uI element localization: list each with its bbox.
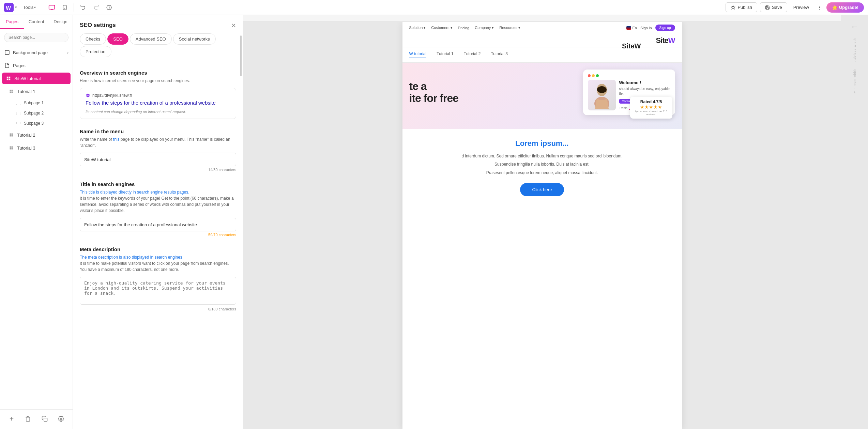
- duplicate-page-btn[interactable]: [39, 413, 50, 426]
- seo-overview-title: Overview in search engines: [80, 70, 236, 76]
- wp-nav-pricing[interactable]: Pricing: [458, 26, 470, 30]
- wp-mockup-welcome: Welcome !: [619, 80, 670, 85]
- svg-rect-12: [12, 90, 13, 91]
- wp-tab-tutorial-3[interactable]: Tutorial 3: [491, 51, 508, 58]
- tab-design[interactable]: Design: [48, 15, 73, 29]
- upgrade-button[interactable]: ⭐ Upgrade!: [826, 2, 864, 13]
- dot-red: [588, 74, 591, 77]
- seo-menu-name-desc: Write the name of this page to be displa…: [80, 136, 236, 149]
- redo-btn[interactable]: [91, 2, 101, 13]
- sidebar-bottom: [0, 409, 73, 429]
- title-se-char-count: 59/70 characters: [80, 233, 236, 237]
- sidebar-item-background[interactable]: Background page ›: [0, 46, 73, 59]
- seo-tab-seo[interactable]: SEO: [107, 33, 128, 45]
- separator-1: [42, 3, 42, 12]
- wp-nav-customers[interactable]: Customers ▾: [431, 26, 452, 30]
- wp-logo: SiteW: [622, 42, 641, 50]
- svg-point-30: [597, 86, 607, 93]
- svg-rect-10: [9, 79, 11, 80]
- title-se-input[interactable]: [80, 218, 236, 231]
- sidebar-item-tutorial-1[interactable]: Tutorial 1: [0, 85, 73, 98]
- add-page-btn[interactable]: [6, 413, 17, 426]
- publish-label: Publish: [737, 5, 752, 10]
- tab-pages[interactable]: Pages: [0, 15, 24, 29]
- wp-nav-company[interactable]: Company ▾: [475, 26, 494, 30]
- publish-button[interactable]: Publish: [726, 2, 757, 12]
- sidebar-item-tutorial-2[interactable]: Tutorial 2: [0, 128, 73, 141]
- logo: W ▾: [4, 3, 17, 12]
- svg-rect-20: [12, 147, 13, 148]
- seo-overview-section: Overview in search engines Here is how i…: [80, 70, 236, 119]
- wp-rating: Rated 4.7/5 ★★★★★ by our users based on …: [630, 97, 672, 119]
- svg-rect-15: [10, 134, 11, 135]
- seo-preview-box: https://dfvnjkkl.sitew.fr Follow the ste…: [80, 88, 236, 119]
- wp-signin[interactable]: Sign in: [640, 26, 652, 30]
- preview-label: Preview: [793, 5, 809, 10]
- device-mobile-btn[interactable]: [60, 2, 70, 13]
- seo-tab-advanced[interactable]: Advanced SEO: [130, 33, 172, 45]
- menu-name-input[interactable]: [80, 153, 236, 166]
- svg-rect-7: [7, 77, 9, 78]
- pages-label: Pages: [13, 63, 26, 68]
- tutorial-2-label: Tutorial 2: [17, 133, 35, 138]
- wp-nav-resources[interactable]: Resources ▾: [499, 26, 520, 30]
- wp-cta-btn[interactable]: Click here: [520, 183, 564, 196]
- subpage-3-icon: ⋮⋮: [15, 122, 22, 125]
- wp-mockup-img: [588, 80, 616, 110]
- seo-tab-protection[interactable]: Protection: [80, 46, 111, 57]
- topbar: W ▾ Tools ▾ Publish Save Preview ⋮ ⭐ Upg…: [0, 0, 868, 15]
- wp-hero-line2: ite for free: [409, 92, 458, 104]
- sidebar-item-sitew-tutorial[interactable]: SiteW tutorial: [2, 73, 71, 84]
- sidebar-item-pages[interactable]: Pages: [0, 59, 73, 72]
- device-desktop-btn[interactable]: [46, 2, 57, 13]
- subpage-3-label: Subpage 3: [24, 121, 44, 126]
- wp-body-title: Lorem ipsum...: [409, 139, 675, 148]
- svg-rect-9: [7, 79, 9, 80]
- sidebar-item-subpage-3[interactable]: ⋮⋮ Subpage 3: [0, 118, 73, 128]
- preview-button[interactable]: Preview: [790, 3, 812, 12]
- wp-signup[interactable]: Sign up: [655, 25, 675, 31]
- wp-lang[interactable]: En: [626, 26, 637, 30]
- seo-meta-desc-title: Meta description: [80, 246, 236, 252]
- seo-tab-social[interactable]: Social networks: [173, 33, 216, 45]
- seo-tab-checks[interactable]: Checks: [80, 33, 106, 45]
- svg-rect-13: [10, 92, 11, 93]
- wp-tab-w-tutorial[interactable]: W tutorial: [409, 51, 427, 58]
- wp-nav-solution[interactable]: Solution ▾: [409, 26, 426, 30]
- sidebar-search-container: [0, 29, 73, 46]
- sidebar-item-tutorial-3[interactable]: Tutorial 3: [0, 141, 73, 154]
- back-arrow[interactable]: ←: [851, 22, 859, 31]
- search-input[interactable]: [4, 33, 68, 42]
- wp-body: Lorem ipsum... d interdum dictum. Sed or…: [402, 129, 682, 206]
- sidebar-item-subpage-2[interactable]: ⋮⋮ Subpage 2: [0, 108, 73, 118]
- wp-tab-tutorial-1[interactable]: Tutorial 1: [437, 51, 454, 58]
- wp-rating-score: Rated 4.7/5: [634, 99, 668, 104]
- sidebar-item-subpage-1[interactable]: ⋮⋮ Subpage 1: [0, 98, 73, 108]
- svg-rect-8: [9, 77, 11, 78]
- subpage-2-icon: ⋮⋮: [15, 111, 22, 115]
- wp-tab-tutorial-2[interactable]: Tutorial 2: [464, 51, 481, 58]
- meta-desc-input[interactable]: [80, 277, 236, 305]
- tools-menu[interactable]: Tools ▾: [21, 3, 38, 11]
- wp-mockup-dots: [588, 74, 670, 77]
- more-btn[interactable]: ⋮: [815, 3, 824, 12]
- settings-btn[interactable]: [55, 413, 67, 426]
- seo-preview-note: Its content can change depending on inte…: [86, 110, 230, 114]
- dot-green: [596, 74, 599, 77]
- background-page-chevron: ›: [67, 50, 68, 55]
- tab-content[interactable]: Content: [24, 15, 48, 29]
- tutorial-2-icon: [8, 132, 14, 138]
- upgrade-label: Upgrade!: [839, 5, 858, 10]
- sidebar-pages-list: Background page › Pages SiteW tutorial: [0, 46, 73, 409]
- delete-page-btn[interactable]: [22, 413, 34, 426]
- history-btn[interactable]: [104, 2, 114, 13]
- seo-tabs: Checks SEO Advanced SEO Social networks …: [80, 33, 236, 57]
- seo-preview-url: https://dfvnjkkl.sitew.fr: [86, 93, 230, 98]
- subpage-1-label: Subpage 1: [24, 101, 44, 105]
- logo-chevron[interactable]: ▾: [15, 5, 17, 10]
- sitew-tutorial-icon: [5, 75, 12, 81]
- undo-btn[interactable]: [78, 2, 88, 13]
- save-button[interactable]: Save: [760, 2, 787, 12]
- seo-panel-close-btn[interactable]: ✕: [230, 20, 238, 31]
- seo-title-heading: Title in search engines: [80, 181, 236, 187]
